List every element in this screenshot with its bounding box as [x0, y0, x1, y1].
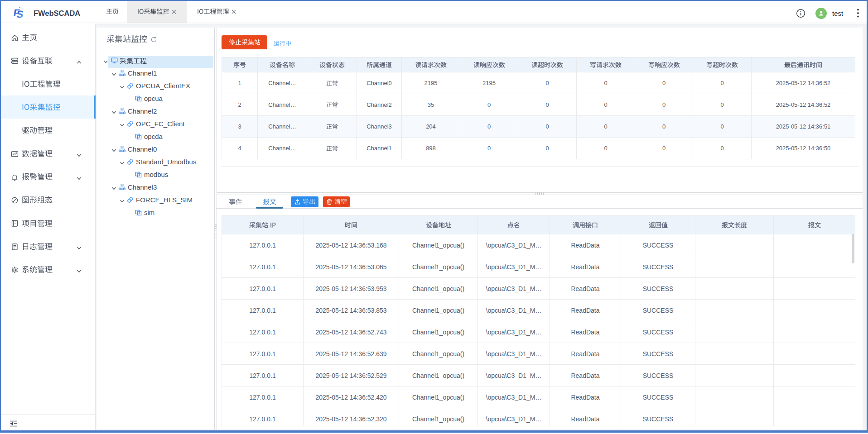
svg-text:S: S — [16, 9, 24, 20]
